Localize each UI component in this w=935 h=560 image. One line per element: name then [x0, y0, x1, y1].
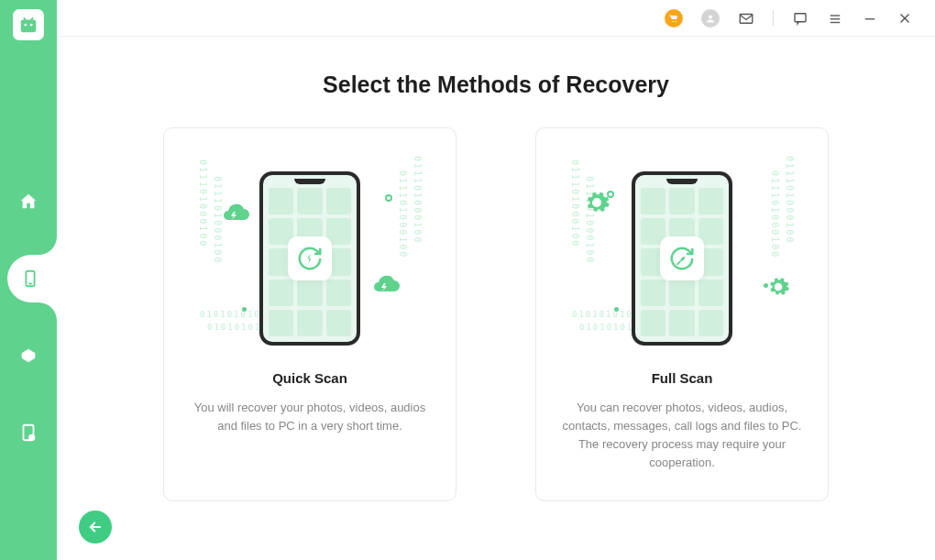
quick-scan-title: Quick Scan — [272, 370, 347, 386]
full-scan-illustration: 011101000100 011101000100 011101000100 0… — [563, 148, 801, 368]
dot-decor — [764, 283, 768, 288]
sidebar-item-device[interactable] — [7, 255, 57, 302]
cloud-lightning-icon — [368, 275, 402, 297]
dot-decor — [614, 307, 619, 312]
user-icon — [701, 9, 720, 27]
dot-decor — [607, 191, 614, 198]
sidebar-item-cloud[interactable] — [0, 332, 57, 379]
titlebar — [57, 0, 935, 37]
quick-scan-card[interactable]: 011101000100 011101000100 011101000100 0… — [163, 127, 456, 501]
sim-alert-icon: ! — [18, 423, 38, 443]
svg-rect-0 — [21, 20, 37, 33]
titlebar-divider — [773, 10, 774, 27]
binary-decor: 011101000100 — [769, 170, 782, 258]
svg-text:!: ! — [31, 435, 33, 441]
menu-button[interactable] — [827, 10, 843, 27]
recovery-cards: 011101000100 011101000100 011101000100 0… — [163, 127, 829, 501]
cart-button[interactable] — [665, 9, 683, 27]
feedback-button[interactable] — [792, 10, 808, 27]
svg-rect-9 — [740, 14, 753, 23]
sidebar-item-sim[interactable]: ! — [0, 409, 57, 456]
binary-decor: 011101000100 — [784, 156, 797, 244]
mail-button[interactable] — [738, 10, 754, 27]
user-button[interactable] — [701, 9, 720, 27]
binary-decor: 011101000100 — [196, 159, 209, 247]
refresh-lightning-icon — [288, 236, 332, 280]
full-scan-title: Full Scan — [652, 370, 713, 386]
dot-decor — [385, 194, 392, 202]
svg-point-1 — [24, 24, 27, 27]
page-title: Select the Methods of Recovery — [323, 71, 669, 98]
full-scan-description: You can recover photos, videos, audios, … — [558, 399, 806, 473]
gear-icon — [766, 275, 790, 299]
sidebar-item-home[interactable] — [0, 178, 57, 225]
sidebar: ! — [0, 0, 57, 560]
phone-illustration — [632, 171, 732, 346]
feedback-icon — [792, 10, 808, 27]
phone-icon — [20, 269, 40, 289]
menu-icon — [827, 10, 843, 27]
binary-decor: 011101000100 — [568, 159, 581, 247]
phone-illustration — [259, 171, 360, 346]
arrow-left-icon — [87, 519, 104, 535]
logo-icon — [18, 15, 38, 35]
refresh-wrench-icon — [660, 236, 704, 280]
home-icon — [18, 192, 38, 212]
cart-icon — [665, 9, 683, 27]
close-button[interactable] — [896, 10, 913, 27]
minimize-button[interactable] — [862, 10, 878, 27]
svg-point-8 — [709, 15, 712, 18]
svg-point-18 — [776, 284, 780, 289]
svg-point-2 — [30, 24, 33, 27]
svg-point-17 — [594, 200, 600, 205]
binary-decor: 011101000100 — [397, 170, 410, 258]
quick-scan-illustration: 011101000100 011101000100 011101000100 0… — [191, 148, 429, 368]
content: Select the Methods of Recovery 011101000… — [57, 37, 935, 560]
mail-icon — [738, 10, 754, 27]
cloud-lightning-icon — [218, 203, 251, 225]
binary-decor: 011101000100 — [412, 156, 424, 244]
full-scan-card[interactable]: 011101000100 011101000100 011101000100 0… — [535, 127, 829, 501]
minimize-icon — [862, 10, 878, 27]
main-area: Select the Methods of Recovery 011101000… — [57, 0, 935, 560]
quick-scan-description: You will recover your photos, videos, au… — [186, 399, 434, 435]
app-logo — [13, 9, 44, 40]
cloud-icon — [18, 346, 38, 366]
svg-rect-10 — [795, 13, 806, 21]
back-button[interactable] — [79, 511, 112, 544]
sidebar-nav: ! — [0, 178, 57, 456]
dot-decor — [242, 307, 247, 312]
close-icon — [896, 10, 913, 27]
